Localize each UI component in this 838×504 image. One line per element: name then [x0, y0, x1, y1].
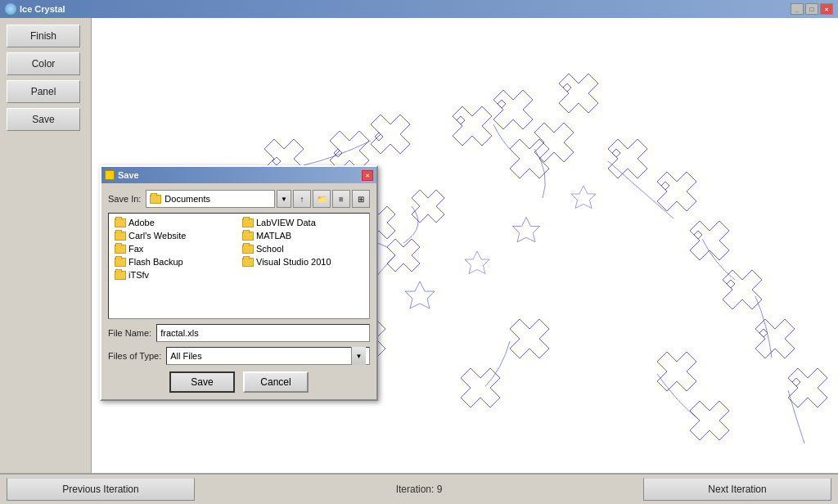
save-in-label: Save In: — [108, 194, 141, 204]
view-list-button[interactable]: ≡ — [332, 190, 350, 208]
folder-icon — [150, 195, 161, 204]
footer: Previous Iteration Iteration: 9 Next Ite… — [0, 473, 838, 504]
finish-button[interactable]: Finish — [7, 25, 80, 47]
folder-icon-flash — [115, 258, 126, 267]
file-item-itsfv[interactable]: iTSfv — [112, 269, 238, 281]
title-bar: Ice Crystal _ □ × — [0, 0, 838, 18]
file-item-carls[interactable]: Carl's Website — [112, 230, 238, 241]
dialog-action-buttons: Save Cancel — [108, 371, 370, 393]
color-button[interactable]: Color — [7, 52, 80, 75]
file-name-input[interactable] — [156, 324, 370, 342]
dialog-save-button[interactable]: Save — [169, 371, 235, 393]
folder-icon-matlab — [242, 232, 254, 241]
files-of-type-row: Files of Type: All Files ▼ — [108, 347, 370, 365]
file-item-fax[interactable]: Fax — [112, 243, 238, 254]
file-name-labview: LabVIEW Data — [256, 218, 316, 227]
file-item-vs[interactable]: Visual Studio 2010 — [240, 256, 366, 268]
save-in-arrow[interactable]: ▼ — [277, 190, 291, 208]
files-of-type-arrow[interactable]: ▼ — [351, 347, 366, 365]
folder-icon-adobe — [115, 218, 126, 227]
title-bar-left: Ice Crystal — [5, 3, 65, 15]
dialog-body: Save In: Documents ▼ ↑ 📁 ≡ ⊞ — [101, 183, 376, 399]
file-name-school: School — [256, 244, 284, 254]
nav-up-button[interactable]: ↑ — [293, 190, 311, 208]
file-item-labview[interactable]: LabVIEW Data — [240, 217, 366, 228]
save-in-box: Documents ▼ ↑ 📁 ≡ ⊞ — [146, 190, 370, 208]
dialog-close-button[interactable]: × — [362, 170, 373, 181]
file-item-adobe[interactable]: Adobe — [112, 217, 238, 228]
file-name-row: File Name: — [108, 324, 370, 342]
panel-button[interactable]: Panel — [7, 80, 80, 103]
folder-icon-school — [242, 245, 254, 254]
save-in-value: Documents — [164, 194, 210, 204]
app-icon — [5, 3, 16, 15]
save-button-sidebar[interactable]: Save — [7, 108, 80, 131]
files-of-type-value: All Files — [170, 351, 202, 361]
sidebar: Finish Color Panel Save — [0, 18, 92, 473]
file-item-flash[interactable]: Flash Backup — [112, 256, 238, 268]
file-name-itsfv: iTSfv — [128, 270, 149, 280]
app-title: Ice Crystal — [20, 4, 65, 14]
folder-icon-itsfv — [115, 271, 126, 280]
file-name-label: File Name: — [108, 328, 151, 338]
file-list: Adobe LabVIEW Data Carl's Website M — [108, 213, 370, 319]
new-folder-button[interactable]: 📁 — [313, 190, 331, 208]
title-bar-controls: _ □ × — [791, 3, 833, 15]
canvas-area: Save × Save In: Documents — [92, 18, 838, 473]
folder-icon-fax — [115, 245, 126, 254]
dialog-icon — [105, 170, 115, 180]
files-of-type-label: Files of Type: — [108, 351, 161, 361]
file-item-school[interactable]: School — [240, 243, 366, 254]
save-in-dropdown[interactable]: Documents — [146, 190, 275, 208]
dialog-overlay: Save × Save In: Documents — [92, 18, 838, 473]
minimize-button[interactable]: _ — [791, 3, 804, 15]
folder-icon-vs — [242, 258, 254, 267]
file-name-vs: Visual Studio 2010 — [256, 257, 331, 267]
file-item-matlab[interactable]: MATLAB — [240, 230, 366, 241]
next-iteration-button[interactable]: Next Iteration — [643, 478, 831, 501]
dialog-title: Save — [118, 170, 139, 180]
file-name-matlab: MATLAB — [256, 231, 291, 241]
file-name-flash: Flash Backup — [128, 257, 183, 267]
folder-icon-carls — [115, 232, 126, 241]
file-name-carls: Carl's Website — [128, 231, 186, 241]
files-of-type-dropdown[interactable]: All Files ▼ — [166, 347, 370, 365]
dialog-title-bar: Save × — [101, 167, 376, 183]
iteration-status: Iteration: 9 — [396, 484, 443, 495]
view-grid-button[interactable]: ⊞ — [352, 190, 370, 208]
file-name-adobe: Adobe — [128, 218, 155, 227]
previous-iteration-button[interactable]: Previous Iteration — [7, 478, 195, 501]
folder-icon-labview — [242, 218, 254, 227]
maximize-button[interactable]: □ — [805, 3, 818, 15]
file-name-fax: Fax — [128, 244, 143, 254]
save-in-row: Save In: Documents ▼ ↑ 📁 ≡ ⊞ — [108, 190, 370, 208]
dialog-cancel-button[interactable]: Cancel — [243, 371, 309, 393]
save-dialog: Save × Save In: Documents — [100, 165, 378, 401]
close-button[interactable]: × — [820, 3, 833, 15]
dialog-toolbar: ↑ 📁 ≡ ⊞ — [293, 190, 370, 208]
main-container: Finish Color Panel Save — [0, 18, 838, 473]
